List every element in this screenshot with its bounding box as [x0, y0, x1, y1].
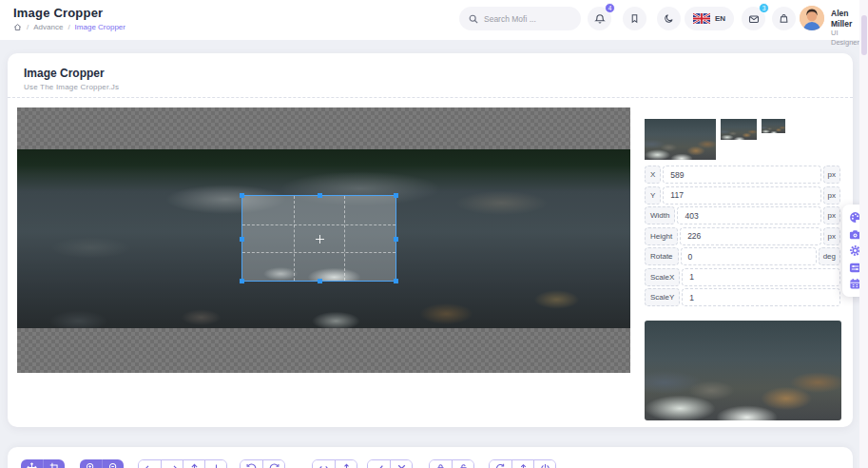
crop-handle-sw[interactable]: [240, 279, 244, 283]
field-row-scaley: ScaleY 1: [645, 288, 840, 306]
bookmark-icon: [629, 13, 640, 24]
crop-grid-line: [344, 196, 345, 281]
preview-thumbnail-medium: [721, 119, 757, 140]
scaley-input[interactable]: 1: [682, 288, 840, 306]
zoom-group: [80, 459, 124, 468]
arrow-left-button[interactable]: [139, 460, 161, 468]
image-cropper-card: Image Cropper Use The Image Cropper.Js: [8, 53, 853, 427]
unlock-button[interactable]: [452, 460, 473, 468]
drag-mode-group: [21, 459, 65, 468]
lock-button[interactable]: [430, 460, 452, 468]
page-scrollbar-thumb[interactable]: [861, 15, 867, 55]
field-label-height: Height: [645, 227, 678, 245]
field-row-scalex: ScaleX 1: [645, 268, 840, 286]
zoom-out-button[interactable]: [102, 459, 124, 468]
upload-button[interactable]: [511, 460, 533, 468]
notification-badge: 4: [605, 3, 615, 13]
home-icon[interactable]: [13, 23, 22, 31]
crop-button[interactable]: [43, 459, 65, 468]
move-direction-group: [138, 459, 227, 468]
moon-icon: [664, 13, 674, 24]
crop-grid-line: [294, 196, 295, 281]
field-label-scaley: ScaleY: [645, 288, 680, 306]
field-suffix-px: px: [823, 206, 840, 224]
cropper-canvas[interactable]: [17, 107, 630, 373]
shopping-bag-icon: [779, 13, 789, 24]
arrow-down-button[interactable]: [204, 460, 226, 468]
language-selector[interactable]: EN: [685, 7, 734, 30]
crop-handle-nw[interactable]: [240, 193, 244, 198]
message-badge: 3: [759, 3, 769, 13]
page-scrollbar-track[interactable]: [859, 0, 868, 468]
power-button[interactable]: [533, 460, 555, 468]
crop-handle-e[interactable]: [394, 237, 398, 242]
breadcrumb: / Advance / Image Cropper: [13, 23, 125, 31]
rotate-group: [240, 459, 285, 468]
field-row-width: Width 403 px: [645, 206, 840, 224]
width-input[interactable]: 403: [677, 206, 820, 224]
rotate-right-button[interactable]: [262, 460, 284, 468]
card-title: Image Cropper: [24, 67, 105, 80]
refresh-button[interactable]: [490, 460, 511, 468]
crop-center-crosshair: [316, 235, 324, 244]
confirm-group: [367, 459, 413, 468]
flip-horizontal-button[interactable]: [313, 460, 335, 468]
dark-mode-button[interactable]: [657, 7, 681, 30]
card-divider: [8, 97, 853, 98]
crop-box[interactable]: [241, 195, 396, 282]
field-suffix-px: px: [823, 186, 840, 205]
crop-data-fields: X 589 px Y 117 px Width 403 px Height 22…: [645, 166, 840, 309]
field-suffix-px: px: [823, 166, 840, 184]
messages-button[interactable]: 3: [742, 7, 765, 30]
cropper-toolbar: [21, 459, 556, 468]
y-input[interactable]: 117: [663, 186, 820, 205]
field-suffix-px: px: [823, 227, 840, 245]
crop-handle-ne[interactable]: [394, 193, 398, 198]
crop-handle-w[interactable]: [240, 237, 244, 242]
toolbar-card: [8, 447, 853, 468]
breadcrumb-separator: /: [68, 23, 69, 31]
arrow-up-button[interactable]: [183, 460, 204, 468]
zoom-in-button[interactable]: [80, 459, 102, 468]
lock-group: [429, 459, 474, 468]
height-input[interactable]: 226: [680, 227, 820, 245]
preview-thumbnail-large: [645, 119, 716, 160]
field-row-rotate: Rotate 0 deg: [645, 247, 840, 265]
field-label-y: Y: [645, 186, 661, 205]
rotate-input[interactable]: 0: [681, 247, 817, 265]
crop-handle-n[interactable]: [318, 193, 322, 198]
bookmarks-button[interactable]: [623, 7, 646, 30]
move-button[interactable]: [21, 459, 43, 468]
crop-grid-line: [242, 252, 395, 253]
x-input[interactable]: 589: [663, 166, 820, 184]
card-subtitle: Use The Image Cropper.Js: [24, 83, 119, 91]
search-placeholder: Search Mofi ...: [484, 14, 536, 24]
cross-button[interactable]: [390, 460, 412, 468]
rotate-left-button[interactable]: [241, 460, 262, 468]
uk-flag-icon: [693, 13, 710, 24]
field-suffix-deg: deg: [819, 247, 840, 265]
field-label-width: Width: [645, 206, 675, 224]
crop-grid-line: [242, 224, 395, 225]
scalex-input[interactable]: 1: [682, 268, 840, 286]
language-label: EN: [715, 14, 725, 23]
breadcrumb-separator: /: [27, 23, 29, 31]
notifications-button[interactable]: 4: [588, 7, 611, 30]
crop-handle-se[interactable]: [394, 279, 398, 283]
page: Image Cropper / Advance / Image Cropper …: [0, 0, 868, 468]
bell-icon: [594, 13, 606, 25]
breadcrumb-item-image-cropper[interactable]: Image Cropper: [75, 23, 125, 31]
search-input[interactable]: Search Mofi ...: [459, 7, 581, 30]
crop-handle-s[interactable]: [318, 279, 322, 283]
flip-group: [312, 459, 357, 468]
breadcrumb-item-advance[interactable]: Advance: [33, 23, 63, 31]
field-label-rotate: Rotate: [645, 247, 679, 265]
flip-vertical-button[interactable]: [335, 460, 357, 468]
cart-button[interactable]: [772, 7, 796, 30]
user-avatar[interactable]: [800, 6, 824, 30]
field-label-scalex: ScaleX: [645, 268, 680, 286]
check-button[interactable]: [368, 460, 390, 468]
preview-thumbnails: [645, 119, 785, 160]
arrow-right-button[interactable]: [161, 460, 183, 468]
mail-icon: [748, 13, 760, 25]
